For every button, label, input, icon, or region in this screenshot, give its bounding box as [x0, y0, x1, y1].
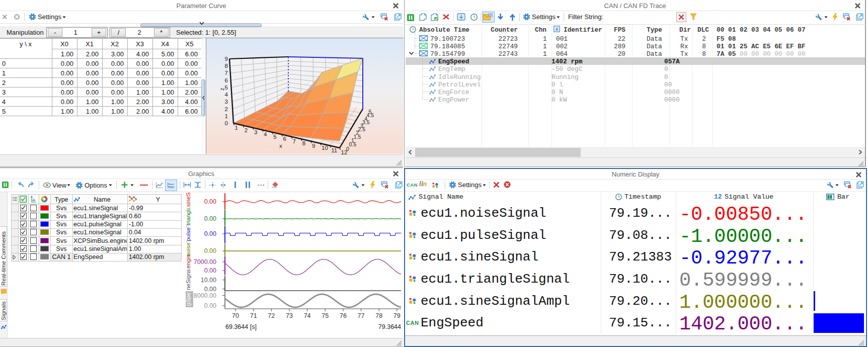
svg-text:70: 70	[232, 312, 239, 319]
svg-text:6: 6	[283, 136, 286, 142]
svg-text:8: 8	[225, 63, 228, 69]
svg-text:0.00: 0.00	[204, 215, 216, 222]
svg-text:0.00: 0.00	[204, 302, 216, 309]
svg-text:0.00: 0.00	[204, 247, 216, 254]
svg-text:x: x	[279, 143, 282, 149]
svg-text:75: 75	[322, 312, 329, 319]
svg-text:79.3644: 79.3644	[378, 323, 401, 330]
svg-text:0.00: 0.00	[204, 198, 216, 205]
svg-text:5: 5	[225, 84, 228, 91]
svg-text:7: 7	[293, 138, 296, 144]
svg-text:noiseˉ: noiseˉ	[185, 240, 191, 256]
svg-text:7: 7	[225, 70, 228, 76]
svg-text:5: 5	[369, 109, 372, 115]
svg-text:pulseˉ: pulseˉ	[185, 225, 191, 241]
svg-text:4: 4	[264, 131, 267, 137]
svg-text:0.00: 0.00	[204, 267, 216, 274]
svg-text:9: 9	[312, 143, 315, 149]
svg-text:77: 77	[358, 312, 365, 319]
svg-text:4: 4	[225, 92, 228, 98]
svg-text:9: 9	[225, 56, 228, 62]
svg-text:1: 1	[225, 113, 228, 119]
svg-text:gSpe: gSpe	[185, 293, 191, 306]
svg-text:79: 79	[393, 312, 401, 319]
svg-text:72: 72	[268, 312, 275, 319]
svg-text:76: 76	[340, 312, 347, 319]
svg-text:engin: engin	[185, 254, 191, 269]
svg-text:0: 0	[225, 120, 228, 126]
svg-text:#: #	[555, 27, 558, 32]
svg-text:0.00: 0.00	[204, 230, 216, 237]
svg-text:73: 73	[286, 312, 293, 319]
svg-text:10.00: 10.00	[201, 277, 216, 284]
svg-text:5: 5	[273, 134, 276, 140]
svg-text:z: z	[219, 88, 225, 91]
svg-text:69.3644 [s]: 69.3644 [s]	[225, 323, 257, 330]
svg-text:trianglı: trianglı	[185, 208, 191, 226]
svg-text:78: 78	[375, 312, 382, 319]
svg-text:2: 2	[225, 106, 228, 112]
svg-text:.sineS: .sineS	[185, 192, 191, 208]
svg-text:6: 6	[225, 77, 228, 83]
svg-text:3: 3	[254, 129, 257, 135]
svg-text:3: 3	[225, 99, 228, 105]
svg-text:10: 10	[322, 145, 328, 151]
svg-text:74: 74	[304, 312, 311, 319]
svg-text:8: 8	[302, 140, 305, 146]
svg-text:8000.00: 8000.00	[194, 292, 216, 299]
svg-text:neSigns: neSigns	[185, 269, 191, 290]
svg-text:0.00: 0.00	[204, 286, 216, 293]
svg-text:1: 1	[235, 125, 238, 131]
svg-text:7000.00: 7000.00	[194, 258, 216, 266]
svg-text:2: 2	[245, 127, 248, 133]
svg-text:71: 71	[250, 312, 257, 319]
svg-text:11: 11	[331, 147, 337, 153]
